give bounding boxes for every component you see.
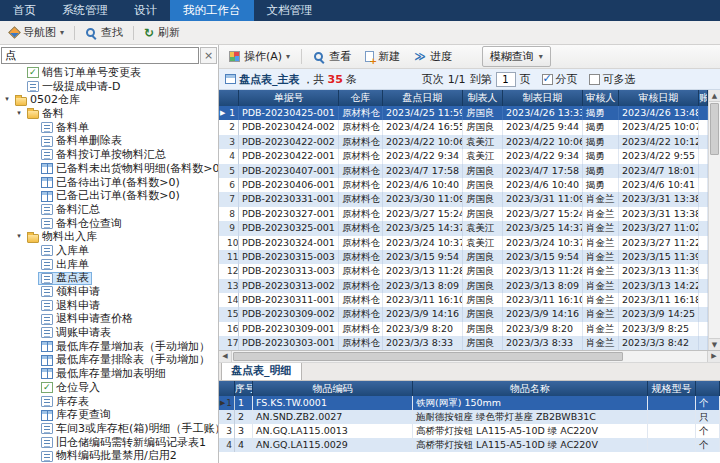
scrollbar-thumb[interactable] — [710, 103, 719, 155]
col-header-warehouse[interactable]: 仓库 — [339, 90, 383, 106]
tree-search-input[interactable] — [1, 47, 199, 64]
menu-item[interactable]: 文档管理 — [254, 0, 326, 21]
col-header-item-name[interactable]: 物品名称 — [413, 381, 648, 396]
grid-tab-label[interactable]: 盘点表_主表 — [239, 72, 300, 87]
detail-row[interactable]: 4 4 AN.GQ.LA115.0029 高桥带灯按钮 LA115-A5-10D… — [219, 438, 720, 452]
tree-item[interactable]: 退料申请 — [0, 299, 218, 313]
col-header-prepare-date[interactable]: 制表日期 — [503, 90, 583, 106]
new-button[interactable]: 新建 — [359, 47, 406, 66]
table-row[interactable]: 17 PDB-20230303-001 原材料仓 2023/3/3 8:33 房… — [219, 336, 708, 350]
detail-row[interactable]: 3 3 AN.GQ.LA115.0013 高桥带灯按钮 LA115-A5-10D… — [219, 424, 720, 438]
vertical-scrollbar[interactable]: ▲ ▼ — [708, 90, 720, 350]
cell-inventory-date: 2023/4/22 10:06 — [383, 135, 463, 149]
menu-item[interactable]: 首页 — [0, 0, 49, 21]
tree-item[interactable]: ▾ 备料 — [0, 107, 218, 121]
tree-item[interactable]: 备料单 — [0, 121, 218, 135]
tree-item[interactable]: 最低库存量增加表明细 — [0, 367, 218, 381]
paging-checkbox[interactable] — [542, 74, 553, 85]
navigation-map-button[interactable]: 导航图 ▾ — [5, 23, 69, 42]
col-header-preparer[interactable]: 制表人 — [463, 90, 503, 106]
tree-item[interactable]: 领料申请 — [0, 285, 218, 299]
col-header-inventory-date[interactable]: 盘点日期 — [383, 90, 463, 106]
fuzzy-query-button[interactable]: 模糊查询 ▾ — [482, 46, 551, 67]
tree-item[interactable]: 仓位导入 — [0, 381, 218, 395]
menu-item[interactable]: 我的工作台 — [170, 0, 254, 21]
scroll-left-button[interactable]: ◀ — [219, 351, 232, 362]
refresh-button[interactable]: ↻ 刷新 — [139, 23, 185, 42]
scroll-down-button[interactable]: ▼ — [709, 338, 720, 350]
menu-item[interactable]: 设计 — [121, 0, 170, 21]
tree-expand-icon[interactable]: ▾ — [2, 93, 12, 107]
tree-item[interactable]: 销售订单单号变更表 — [0, 66, 218, 80]
col-header-account[interactable]: 账 — [699, 90, 708, 106]
table-row[interactable]: 5 PDB-20230407-001 原材料仓 2023/4/7 17:58 房… — [219, 164, 708, 178]
table-row[interactable]: 15 PDB-20230309-002 原材料仓 2023/3/9 14:16 … — [219, 307, 708, 321]
tree-item-icon — [27, 67, 39, 78]
tree-expand-icon[interactable]: ▾ — [14, 230, 24, 244]
tree-item[interactable]: 已备已出订单(备料数>0) — [0, 189, 218, 203]
tree-item[interactable]: 已备待出订单(备料数>0) — [0, 176, 218, 190]
col-header-spec[interactable]: 规格型号 — [648, 381, 696, 396]
progress-button[interactable]: ≫ 进度 — [408, 47, 458, 66]
table-row[interactable]: 2 PDB-20230424-002 原材料仓 2023/4/24 16:55 … — [219, 120, 708, 134]
tree-item[interactable]: 备料汇总 — [0, 203, 218, 217]
horizontal-scrollbar[interactable]: ◀ ▶ — [219, 351, 720, 363]
col-header-docno[interactable]: 单据号 — [239, 90, 339, 106]
tree-item[interactable]: 最低库存量排除表（手动增加） — [0, 353, 218, 367]
action-menu-button[interactable]: 操作(A) ▾ — [223, 47, 296, 66]
cell-prepare-date: 2023/4/25 9:44 — [503, 120, 583, 134]
scroll-up-button[interactable]: ▲ — [709, 90, 720, 102]
table-row[interactable]: 8 PDB-20230327-001 原材料仓 2023/3/27 15:24 … — [219, 207, 708, 221]
menu-item[interactable]: 系统管理 — [49, 0, 121, 21]
multiselect-checkbox[interactable] — [589, 74, 600, 85]
scrollbar-thumb[interactable] — [233, 352, 623, 361]
tree-item[interactable]: 库存更查询 — [0, 408, 218, 422]
table-row[interactable]: 12 PDB-20230313-003 原材料仓 2023/3/13 11:28… — [219, 264, 708, 278]
tree-item[interactable]: 调账申请表 — [0, 326, 218, 340]
table-row[interactable]: 13 PDB-20230313-002 原材料仓 2023/3/13 8:09 … — [219, 279, 708, 293]
table-row[interactable]: 16 PDB-20230309-001 原材料仓 2023/3/9 8:20 房… — [219, 322, 708, 336]
table-row[interactable]: 3 PDB-20230422-002 原材料仓 2023/4/22 10:06 … — [219, 135, 708, 149]
tree-item[interactable]: 退料申请查价格 — [0, 312, 218, 326]
table-row[interactable]: 10 PDB-20230324-001 原材料仓 2023/3/24 10:37… — [219, 236, 708, 250]
page-number-input[interactable] — [496, 72, 516, 87]
tree-item[interactable]: 入库单 — [0, 244, 218, 258]
tree-item[interactable]: 旧仓储编码需转新编码记录表1 — [0, 436, 218, 450]
find-button[interactable]: 查找 — [80, 23, 128, 42]
clear-search-button[interactable]: × — [200, 47, 217, 64]
detail-row[interactable]: 2 2 AN.SND.ZB2.0027 施耐德按钮座 绿色带灯基座 ZB2BWB… — [219, 410, 720, 424]
cell-prepare-date: 2023/4/7 17:58 — [503, 164, 583, 178]
tree-item[interactable]: 备料单删除表 — [0, 134, 218, 148]
table-row[interactable]: 4 PDB-20230422-001 原材料仓 2023/4/22 9:34 袁… — [219, 149, 708, 163]
table-row[interactable]: 9 PDB-20230325-001 原材料仓 2023/3/25 14:37 … — [219, 221, 708, 235]
tree-item[interactable]: 备料按订单按物料汇总 — [0, 148, 218, 162]
tree-node: 备料仓位查询 — [38, 217, 125, 230]
table-row[interactable]: 1 PDB-20230425-001 原材料仓 2023/4/25 11:59 … — [219, 106, 708, 120]
table-row[interactable]: 7 PDB-20230331-001 原材料仓 2023/3/30 11:09 … — [219, 192, 708, 206]
col-header-unit[interactable] — [696, 381, 720, 396]
table-row[interactable]: 11 PDB-20230315-003 原材料仓 2023/3/15 9:54 … — [219, 250, 708, 264]
col-header-seq[interactable]: 序号 — [235, 381, 253, 396]
table-row[interactable]: 6 PDB-20230406-001 原材料仓 2023/4/6 10:40 房… — [219, 178, 708, 192]
scroll-right-button[interactable]: ▶ — [707, 351, 720, 362]
tree-item[interactable]: 已备料未出货物料明细(备料数>0) — [0, 162, 218, 176]
tree-item[interactable]: 车间3或库存柜(箱)明细（手工账） — [0, 422, 218, 436]
tree-item[interactable]: 库存表 — [0, 395, 218, 409]
tree-item[interactable]: ▾ 物料出入库 — [0, 230, 218, 244]
col-header-auditor[interactable]: 审核人 — [583, 90, 619, 106]
col-header-audit-date[interactable]: 审核日期 — [619, 90, 699, 106]
tree-expand-icon[interactable]: ▾ — [14, 107, 24, 121]
table-row[interactable]: 14 PDB-20230311-001 原材料仓 2023/3/11 16:10… — [219, 293, 708, 307]
tree-item[interactable]: 物料编码批量禁用/启用2 — [0, 449, 218, 463]
tree-item[interactable]: 出库单 — [0, 258, 218, 272]
tree-item[interactable]: ▾ 0502仓库 — [0, 93, 218, 107]
detail-row[interactable]: 1 1 FS.KS.TW.0001 铁网(网罩) 150mm 个 — [219, 396, 720, 410]
tree-item[interactable]: 最低库存量增加表（手动增加） — [0, 340, 218, 354]
tree-item-label: 已备料未出货物料明细(备料数>0) — [56, 162, 218, 176]
tree-item[interactable]: 备料仓位查询 — [0, 217, 218, 231]
view-button[interactable]: 查看 — [307, 47, 357, 66]
tree-item[interactable]: 一级提成申请-D — [0, 80, 218, 94]
detail-tab[interactable]: 盘点表_明细 — [221, 361, 302, 380]
col-header-item-code[interactable]: 物品编码 — [253, 381, 413, 396]
tree-item[interactable]: 盘点表 — [0, 271, 218, 285]
